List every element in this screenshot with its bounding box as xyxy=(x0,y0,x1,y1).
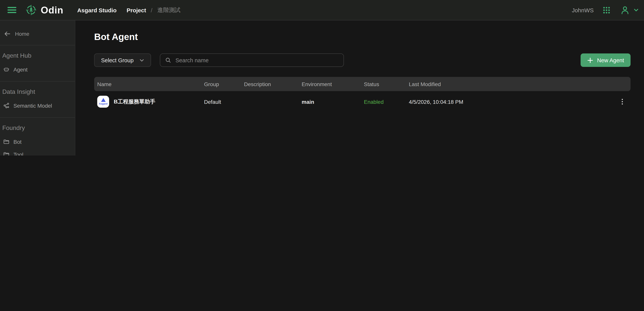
section-heading-agent-hub: Agent Hub xyxy=(0,48,75,63)
nav-asgard-studio[interactable]: Asgard Studio xyxy=(77,7,116,13)
app-root: Odin Asgard Studio Project / 進階測試 JohnWS xyxy=(0,0,644,156)
sidebar-item-semantic-model[interactable]: Semantic Model xyxy=(0,99,75,112)
search-box xyxy=(160,54,344,67)
agent-last-modified: 4/5/2026, 10:04:18 PM xyxy=(406,99,615,105)
agent-table: Name Group Description Environment Statu… xyxy=(94,77,630,112)
column-header-group: Group xyxy=(201,81,241,87)
top-nav: Asgard Studio Project / 進階測試 xyxy=(77,6,180,14)
main-content: Bot Agent Select Group xyxy=(75,20,644,156)
chevron-down-icon xyxy=(633,7,640,13)
sidebar-item-tool-label: Tool xyxy=(14,151,23,156)
user-menu-button[interactable] xyxy=(620,5,640,16)
agent-group: Default xyxy=(201,99,241,105)
agent-avatar: Asgard xyxy=(97,96,109,108)
column-header-environment: Environment xyxy=(298,81,361,87)
column-header-description: Description xyxy=(241,81,298,87)
table-header-row: Name Group Description Environment Statu… xyxy=(94,77,630,91)
agent-name: B工程服務單助手 xyxy=(114,98,155,105)
section-heading-foundry: Foundry xyxy=(0,120,75,135)
nav-project[interactable]: Project xyxy=(126,7,146,13)
odin-logo-icon xyxy=(25,4,37,16)
section-agent-hub: Agent Hub Agent xyxy=(0,45,75,81)
apps-grid-icon xyxy=(602,6,610,14)
shell: Home Agent Hub Agent xyxy=(0,20,644,156)
username: JohnWS xyxy=(572,7,594,13)
asgard-triangle-icon xyxy=(101,98,106,102)
sidebar-item-bot[interactable]: Bot xyxy=(0,135,75,148)
sidebar-item-agent[interactable]: Agent xyxy=(0,63,75,76)
robot-icon xyxy=(3,66,10,73)
group-select-dropdown[interactable]: Select Group xyxy=(94,54,151,67)
sidebar-item-agent-label: Agent xyxy=(14,66,28,73)
new-agent-label: New Agent xyxy=(597,57,624,63)
avatar-label: Asgard xyxy=(99,103,108,105)
page-title: Bot Agent xyxy=(94,32,630,42)
agent-status-badge: Enabled xyxy=(361,99,406,105)
search-icon xyxy=(165,57,171,64)
column-header-last-modified: Last Modified xyxy=(406,81,615,87)
breadcrumb-current-project: 進階測試 xyxy=(157,6,180,14)
network-nodes-icon xyxy=(3,102,10,109)
agent-name-cell: Asgard B工程服務單助手 xyxy=(94,96,201,108)
chevron-down-icon xyxy=(138,57,145,63)
user-icon xyxy=(620,5,630,15)
section-data-insight: Data Insight Semantic Model xyxy=(0,82,75,117)
column-header-status: Status xyxy=(361,81,406,87)
kebab-icon xyxy=(620,98,625,105)
hamburger-icon xyxy=(7,6,17,14)
plus-icon xyxy=(587,57,593,63)
table-row[interactable]: Asgard B工程服務單助手 Default main Enabled 4/5… xyxy=(94,91,630,112)
folder-icon xyxy=(3,151,10,156)
back-arrow-icon xyxy=(4,30,11,37)
product-name: Odin xyxy=(41,5,64,16)
brand[interactable]: Odin xyxy=(25,4,64,16)
hamburger-menu-button[interactable] xyxy=(6,5,18,15)
sidebar-item-tool[interactable]: Tool xyxy=(0,148,75,156)
controls-row: Select Group xyxy=(94,54,630,67)
folder-icon xyxy=(3,138,10,145)
column-header-name: Name xyxy=(94,81,201,87)
sidebar-home-link[interactable]: Home xyxy=(0,20,75,45)
row-actions-kebab-button[interactable] xyxy=(618,97,627,107)
topbar: Odin Asgard Studio Project / 進階測試 JohnWS xyxy=(0,0,644,20)
sidebar-home-label: Home xyxy=(15,31,30,37)
section-heading-data-insight: Data Insight xyxy=(0,84,75,99)
breadcrumb-separator: / xyxy=(151,7,152,13)
sidebar: Home Agent Hub Agent xyxy=(0,20,75,156)
search-input[interactable] xyxy=(175,57,339,64)
apps-grid-button[interactable] xyxy=(602,5,611,15)
section-foundry: Foundry Bot xyxy=(0,118,75,156)
sidebar-item-semantic-model-label: Semantic Model xyxy=(14,102,52,109)
agent-environment: main xyxy=(298,99,361,105)
group-select-label: Select Group xyxy=(101,57,134,63)
topbar-right: JohnWS xyxy=(572,5,640,16)
agent-actions-cell xyxy=(615,97,630,107)
new-agent-button[interactable]: New Agent xyxy=(580,54,630,67)
sidebar-item-bot-label: Bot xyxy=(14,139,22,145)
